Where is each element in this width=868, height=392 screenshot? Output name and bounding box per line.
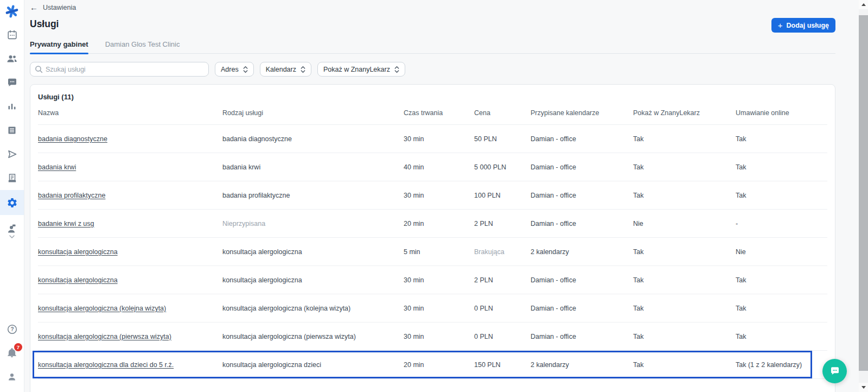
service-name-link[interactable]: konsultacja alergologiczna	[38, 276, 118, 284]
cell-service-type: konsultacja alergologiczna (kolejna wizy…	[222, 305, 404, 312]
receipt-icon	[7, 173, 17, 184]
service-name-link[interactable]: konsultacja alergologiczna	[38, 248, 118, 256]
table-row[interactable]: badania diagnostyczne badania diagnostyc…	[38, 125, 827, 153]
cell-visible-znanylekarz: Tak	[633, 135, 736, 143]
breadcrumb[interactable]: ← Ustawienia	[30, 4, 76, 11]
cell-online-booking: -	[736, 220, 827, 227]
column-header-kalendarze: Przypisane kalendarze	[531, 109, 633, 117]
main-content: ← Ustawienia Usługi + Dodaj usługę Prywa…	[25, 0, 859, 392]
table-row[interactable]: konsultacja alergologiczna dla dzieci do…	[38, 351, 827, 379]
sidebar: ? 7	[0, 0, 24, 392]
cell-price: 2 PLN	[474, 276, 531, 284]
page-title: Usługi	[30, 18, 859, 30]
cell-service-type: konsultacja alergologiczna	[222, 276, 404, 284]
service-name-link[interactable]: konsultacja alergologiczna (pierwsza wiz…	[38, 333, 171, 340]
plus-icon: +	[778, 22, 783, 29]
table-row[interactable]: badania krwi badania krwi 40 min 5 000 P…	[38, 153, 827, 181]
sidebar-item-notifications[interactable]: 7	[0, 341, 24, 365]
list-icon	[7, 125, 17, 135]
cell-online-booking: Nie	[736, 248, 827, 256]
cell-calendars: Damian - office	[531, 192, 633, 199]
sidebar-item-settings[interactable]	[0, 190, 24, 215]
cell-visible-znanylekarz: Tak	[633, 333, 736, 340]
cell-service-type: badania diagnostyczne	[222, 135, 404, 143]
add-service-button[interactable]: + Dodaj usługę	[771, 18, 835, 33]
sidebar-item-statistics[interactable]	[0, 94, 24, 118]
service-name-link[interactable]: badania diagnostyczne	[38, 135, 107, 143]
service-name-link[interactable]: konsultacja alergologiczna dla dzieci do…	[38, 361, 174, 369]
cell-service-type: badania krwi	[222, 163, 404, 171]
cell-online-booking: Tak	[736, 333, 827, 340]
cell-price: 50 PLN	[474, 135, 531, 143]
tab-damian-glos-test-clinic[interactable]: Damian Glos Test Clinic	[105, 40, 180, 53]
column-header-nazwa: Nazwa	[38, 109, 222, 117]
column-header-pokaz: Pokaż w ZnanyLekarz	[633, 109, 736, 117]
sidebar-item-calendar[interactable]	[0, 23, 24, 47]
service-name-link[interactable]: badania krwi	[38, 163, 76, 171]
sort-arrows-icon	[243, 66, 248, 73]
filter-kalendarz[interactable]: Kalendarz	[260, 62, 311, 77]
cell-calendars: Damian - office	[531, 163, 633, 171]
sidebar-item-messages[interactable]	[0, 71, 24, 94]
send-icon	[7, 149, 17, 159]
svg-text:?: ?	[10, 326, 14, 332]
cell-service-type: konsultacja alergologiczna (pierwsza wiz…	[222, 333, 404, 340]
cell-duration: 30 min	[404, 305, 474, 312]
app-window: ? 7 ← Ustawienia Usługi	[0, 0, 868, 392]
cell-online-booking: Tak	[736, 276, 827, 284]
sidebar-item-campaigns[interactable]	[0, 118, 24, 142]
cell-calendars: 2 kalendarzy	[531, 248, 633, 256]
tabs: Prywatny gabinet Damian Glos Test Clinic	[30, 40, 835, 54]
cell-duration: 30 min	[404, 135, 474, 143]
table-row[interactable]: konsultacja alergologiczna (pierwsza wiz…	[38, 323, 827, 351]
app-logo[interactable]	[0, 0, 24, 23]
table-row[interactable]: konsultacja alergologiczna (kolejna wizy…	[38, 294, 827, 323]
scroll-up-arrow-icon[interactable]	[859, 0, 868, 9]
cell-visible-znanylekarz: Tak	[633, 163, 736, 171]
scroll-down-arrow-icon[interactable]	[859, 383, 868, 392]
cell-duration: 20 min	[404, 361, 474, 369]
column-header-umawianie: Umawianie online	[736, 109, 827, 117]
help-icon: ?	[7, 324, 17, 334]
chat-bubble-icon	[829, 366, 840, 376]
back-arrow-icon: ←	[30, 4, 38, 11]
cell-visible-znanylekarz: Tak	[633, 192, 736, 199]
table-row[interactable]: konsultacja alergologiczna konsultacja a…	[38, 266, 827, 294]
chat-widget[interactable]	[822, 359, 847, 383]
sidebar-item-send[interactable]	[0, 142, 24, 166]
table-row[interactable]: konsultacja alergologiczna konsultacja a…	[38, 238, 827, 266]
scrollbar-thumb[interactable]	[859, 15, 868, 371]
breadcrumb-label: Ustawienia	[43, 4, 76, 11]
patients-icon	[7, 54, 17, 64]
card-title: Usługi (11)	[38, 85, 827, 101]
sidebar-item-specialists[interactable]	[0, 215, 24, 246]
cell-duration: 30 min	[404, 276, 474, 284]
search-input[interactable]	[30, 62, 209, 77]
cell-price: 5 000 PLN	[474, 163, 531, 171]
table-row[interactable]: badania profilaktyczne badania profilakt…	[38, 181, 827, 210]
filter-pokaz-w-znanylekarz[interactable]: Pokaż w ZnanyLekarz	[317, 62, 405, 77]
cell-calendars: Damian - office	[531, 305, 633, 312]
sidebar-item-help[interactable]: ?	[0, 317, 24, 341]
znanylekarz-logo-icon	[5, 4, 19, 18]
cell-price: 100 PLN	[474, 192, 531, 199]
cell-online-booking: Tak	[736, 163, 827, 171]
chat-icon	[7, 78, 17, 87]
tab-prywatny-gabinet[interactable]: Prywatny gabinet	[30, 40, 88, 53]
filter-adres[interactable]: Adres	[215, 62, 254, 77]
service-name-link[interactable]: badania profilaktyczne	[38, 192, 105, 199]
sidebar-bottom: ? 7	[0, 317, 24, 392]
chevron-down-icon	[9, 235, 15, 238]
cell-calendars: Damian - office	[531, 276, 633, 284]
service-name-link[interactable]: badanie krwi z usg	[38, 220, 94, 227]
add-service-label: Dodaj usługę	[787, 22, 829, 29]
sidebar-item-patients[interactable]	[0, 47, 24, 71]
service-name-link[interactable]: konsultacja alergologiczna (kolejna wizy…	[38, 305, 166, 312]
sidebar-item-account[interactable]	[0, 365, 24, 389]
sidebar-item-billing[interactable]	[0, 166, 24, 190]
calendar-icon	[7, 30, 17, 40]
gear-icon	[7, 197, 18, 208]
vertical-scrollbar[interactable]	[859, 0, 868, 392]
notification-badge: 7	[14, 343, 22, 351]
table-row[interactable]: badanie krwi z usg Nieprzypisana 20 min …	[38, 210, 827, 238]
